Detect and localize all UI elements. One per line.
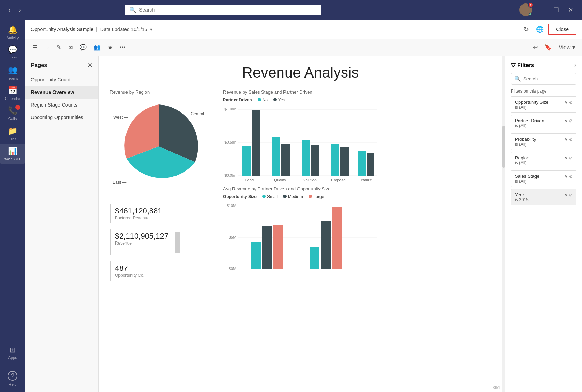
titlebar-actions: R1 — ❐ ✕: [519, 3, 576, 16]
window-close-button[interactable]: ✕: [565, 5, 576, 15]
filter-item-opportunity-size[interactable]: Opportunity Size ∨ ⊘ is (All): [511, 96, 576, 113]
filters-section-label: Filters on this page: [511, 89, 576, 94]
calendar-icon: 📅: [8, 86, 17, 95]
avg-bar-no-large: [273, 225, 283, 269]
filter-name-region: Region: [515, 155, 529, 160]
toolbar-bookmark-icon[interactable]: 🔖: [542, 42, 554, 53]
legend-yes: Yes: [273, 97, 285, 102]
filters-title: ▽ Filters: [511, 62, 534, 68]
global-search-bar[interactable]: 🔍: [125, 5, 321, 15]
pie-label-east: East —: [113, 180, 126, 185]
globe-button[interactable]: 🌐: [534, 23, 546, 35]
scrollbar-thumb[interactable]: [502, 126, 505, 168]
filter-chevron-icon-partner[interactable]: ∨: [565, 118, 568, 123]
sidebar-item-activity[interactable]: 🔔 Activity: [0, 22, 25, 43]
sidebar-item-chat[interactable]: 💬 Chat: [0, 43, 25, 63]
filters-header: ▽ Filters ›: [511, 61, 576, 69]
filter-clear-partner[interactable]: ⊘: [569, 118, 573, 123]
sidebar-item-label-apps: Apps: [8, 355, 17, 360]
refresh-button[interactable]: ↻: [522, 23, 531, 35]
filter-chevron-icon-year[interactable]: ∨: [565, 193, 568, 197]
toolbar-mail-icon[interactable]: ✉: [65, 42, 76, 53]
sidebar-item-label-teams: Teams: [7, 76, 18, 80]
filter-name-sales-stage: Sales Stage: [515, 174, 539, 179]
close-report-button[interactable]: Close: [548, 24, 576, 35]
page-item-upcoming-opportunities[interactable]: Upcoming Opportunities: [25, 111, 98, 124]
sidebar-item-teams[interactable]: 👥 Teams: [0, 63, 25, 83]
help-icon: ?: [8, 371, 17, 381]
filter-item-header-sales-stage: Sales Stage ∨⊘: [515, 174, 573, 179]
filter-chevron-icon-opportunity-size[interactable]: ∨: [565, 100, 568, 105]
filter-value-probability: is (All): [515, 142, 573, 147]
filters-expand-button[interactable]: ›: [574, 61, 576, 69]
global-search-input[interactable]: [139, 7, 317, 13]
toolbar-teams-icon[interactable]: 👥: [91, 42, 103, 53]
filter-search-icon: 🔍: [514, 75, 521, 82]
sidebar-item-help[interactable]: ? Help: [0, 368, 25, 389]
pages-close-button[interactable]: ✕: [87, 61, 93, 69]
filter-clear-opportunity-size[interactable]: ⊘: [569, 100, 573, 105]
toolbar-edit-icon[interactable]: ✎: [54, 42, 64, 53]
bar-chart-title: Revenue by Sales Stage and Partner Drive…: [223, 89, 491, 95]
toolbar-undo-icon[interactable]: ↩: [530, 42, 540, 53]
charts-row-1: Revenue by Region: [110, 89, 491, 281]
filter-clear-region[interactable]: ⊘: [569, 155, 573, 160]
nav-forward-button[interactable]: ›: [16, 5, 24, 15]
page-item-opportunity-count[interactable]: Opportunity Count: [25, 73, 98, 86]
toolbar-star-icon[interactable]: ★: [105, 42, 115, 53]
page-item-revenue-overview[interactable]: Revenue Overview: [25, 86, 98, 99]
main-content: Pages ✕ Opportunity Count Revenue Overvi…: [25, 56, 582, 392]
page-item-region-stage-counts[interactable]: Region Stage Counts: [25, 99, 98, 111]
bar-label-solution: Solution: [303, 178, 317, 182]
scrollbar[interactable]: [502, 56, 505, 392]
powerbi-icon: 📊: [8, 147, 17, 156]
toolbar-table-icon[interactable]: ☰: [29, 42, 40, 53]
filter-item-sales-stage[interactable]: Sales Stage ∨⊘ is (All): [511, 170, 576, 187]
filter-clear-probability[interactable]: ⊘: [569, 137, 573, 142]
sidebar-item-calls[interactable]: 📞 Calls: [0, 103, 25, 124]
filter-item-region[interactable]: Region ∨⊘ is (All): [511, 152, 576, 168]
sidebar-item-label-powerbi: Power BI (D...: [3, 157, 22, 161]
sidebar-item-apps[interactable]: ⊞ Apps: [0, 343, 25, 362]
bar-solution-yes: [311, 145, 319, 176]
avatar-wrapper[interactable]: R1: [519, 3, 532, 16]
page-label-opportunity-count: Opportunity Count: [31, 77, 71, 82]
bar-label-proposal: Proposal: [331, 178, 346, 182]
filter-item-partner-driven[interactable]: Partner Driven ∨⊘ is (All): [511, 115, 576, 131]
title-chevron-icon[interactable]: ▾: [150, 27, 152, 32]
nav-back-button[interactable]: ‹: [6, 5, 13, 15]
sidebar-item-files[interactable]: 📁 Files: [0, 124, 25, 144]
sidebar-item-powerbi[interactable]: 📊 Power BI (D...: [0, 144, 25, 164]
left-sidebar: 🔔 Activity 💬 Chat 👥 Teams 📅 Calendar 📞 C…: [0, 20, 25, 392]
toolbar-chat-icon[interactable]: 💬: [77, 42, 89, 53]
filter-item-header-partner-driven: Partner Driven ∨⊘: [515, 118, 573, 123]
filter-clear-sales-stage[interactable]: ⊘: [569, 174, 573, 179]
filter-search-bar[interactable]: 🔍: [511, 73, 576, 85]
filter-chevron-icon-sales-stage[interactable]: ∨: [565, 174, 568, 179]
activity-icon: 🔔: [8, 25, 17, 34]
filter-clear-year[interactable]: ⊘: [569, 193, 573, 197]
toolbar-forward-icon[interactable]: →: [41, 42, 52, 53]
filter-chevron-icon-probability[interactable]: ∨: [565, 137, 568, 142]
avg-label-no: No: [263, 271, 268, 272]
filter-search-input[interactable]: [523, 76, 573, 81]
filter-name-year: Year: [515, 192, 524, 197]
legend-title: Partner Driven: [223, 97, 252, 102]
restore-button[interactable]: ❐: [550, 5, 562, 15]
avg-legend-title: Opportunity Size: [223, 194, 257, 199]
sidebar-item-calendar[interactable]: 📅 Calendar: [0, 83, 25, 103]
kpi-section: $461,120,881 Factored Revenue $2,110,905…: [110, 204, 215, 281]
filter-icon: ▽: [511, 62, 515, 68]
avg-bar-yes-small: [310, 247, 319, 269]
toolbar-view-button[interactable]: View ▾: [556, 42, 578, 53]
app-title: Opportunity Analysis Sample | Data updat…: [31, 27, 152, 32]
filter-name-probability: Probability: [515, 137, 536, 142]
watermark: obvi: [493, 385, 500, 389]
filter-item-year[interactable]: Year ∨⊘ is 2015: [511, 189, 576, 205]
avg-y-0m: $0M: [229, 267, 236, 271]
bar-chart-section: Revenue by Sales Stage and Partner Drive…: [223, 89, 491, 281]
filter-item-probability[interactable]: Probability ∨⊘ is (All): [511, 133, 576, 150]
toolbar-more-icon[interactable]: •••: [117, 42, 128, 53]
minimize-button[interactable]: —: [535, 5, 547, 14]
filter-chevron-icon-region[interactable]: ∨: [565, 155, 568, 160]
